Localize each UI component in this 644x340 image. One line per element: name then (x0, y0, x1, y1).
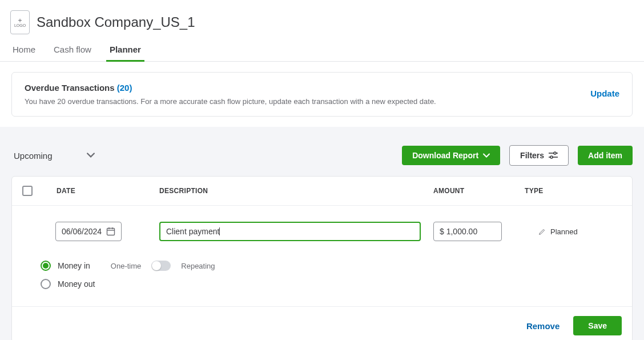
svg-point-1 (554, 152, 556, 154)
select-all-checkbox[interactable] (22, 186, 33, 196)
save-button[interactable]: Save (573, 316, 622, 335)
amount-value: $ 1,000.00 (440, 227, 477, 236)
amount-input[interactable]: $ 1,000.00 (433, 222, 502, 241)
view-dropdown-label: Upcoming (14, 151, 53, 161)
date-input[interactable]: 06/06/2024 (55, 222, 122, 241)
filters-icon (549, 151, 558, 159)
overdue-notice: Overdue Transactions (20) You have 20 ov… (11, 72, 633, 117)
chevron-down-icon (87, 153, 95, 158)
tab-planner[interactable]: Planner (108, 40, 142, 61)
logo-plus-icon: + (18, 18, 22, 23)
update-link[interactable]: Update (590, 83, 619, 98)
description-input[interactable]: Client payment (159, 222, 421, 241)
money-out-label: Money out (58, 279, 95, 289)
logo-text: LOGO (14, 23, 26, 27)
repeating-toggle[interactable] (151, 261, 171, 271)
header-type: TYPE (525, 187, 622, 195)
calendar-icon (106, 227, 115, 236)
repeating-label: Repeating (181, 262, 215, 270)
svg-rect-4 (107, 229, 115, 235)
download-report-button[interactable]: Download Report (402, 146, 500, 165)
table-header: DATE DESCRIPTION AMOUNT TYPE (12, 177, 632, 206)
money-out-radio[interactable] (41, 279, 51, 289)
type-value: Planned (550, 227, 578, 236)
money-in-radio[interactable] (41, 261, 51, 271)
filters-label: Filters (520, 151, 544, 160)
remove-link[interactable]: Remove (526, 321, 560, 331)
items-card: DATE DESCRIPTION AMOUNT TYPE 06/06/2024 (11, 176, 633, 340)
filters-button[interactable]: Filters (509, 145, 569, 166)
item-edit-row: 06/06/2024 Client payment $ 1,000.00 (12, 206, 632, 256)
add-item-button[interactable]: Add item (578, 146, 633, 165)
tab-cash-flow[interactable]: Cash flow (53, 40, 92, 61)
add-item-label: Add item (588, 151, 622, 160)
item-options: Money in One-time Repeating Money out (12, 256, 632, 306)
chevron-down-icon (483, 153, 490, 158)
description-value: Client payment (166, 227, 219, 236)
view-dropdown[interactable]: Upcoming (11, 151, 95, 161)
tab-home[interactable]: Home (11, 40, 37, 61)
notice-subtitle: You have 20 overdue transactions. For a … (25, 97, 436, 106)
notice-count: (20) (117, 83, 132, 93)
header-date: DATE (57, 187, 159, 195)
pencil-icon (538, 228, 546, 235)
header-amount: AMOUNT (433, 187, 525, 195)
type-cell[interactable]: Planned (525, 227, 622, 236)
company-name: Sandbox Company_US_1 (37, 14, 195, 30)
item-footer: Remove Save (12, 306, 632, 340)
company-logo-placeholder[interactable]: + LOGO (10, 10, 30, 34)
svg-point-3 (550, 156, 553, 158)
header-description: DESCRIPTION (159, 187, 433, 195)
money-in-label: Money in (58, 261, 90, 270)
notice-title: Overdue Transactions (20) (25, 83, 436, 93)
nav-tabs: Home Cash flow Planner (0, 40, 644, 62)
download-report-label: Download Report (412, 151, 478, 160)
date-value: 06/06/2024 (62, 227, 102, 236)
one-time-label: One-time (111, 262, 141, 270)
